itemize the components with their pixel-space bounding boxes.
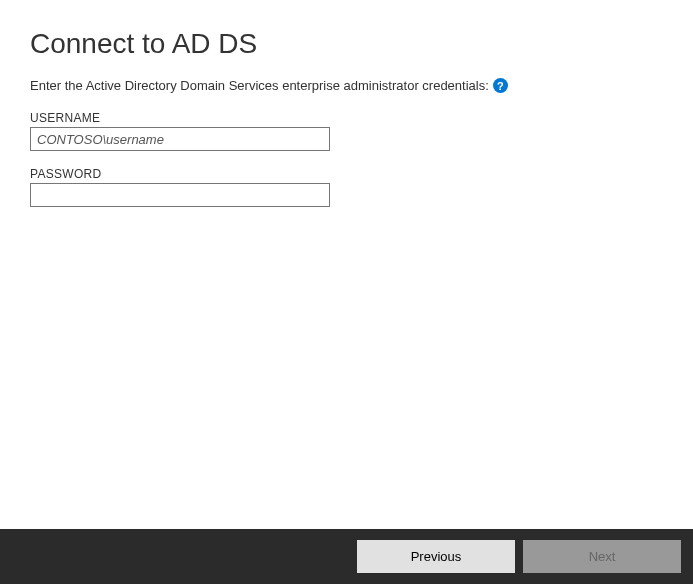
help-icon[interactable]: ?	[493, 78, 508, 93]
password-group: PASSWORD	[30, 167, 663, 207]
password-field[interactable]	[30, 183, 330, 207]
main-content: Connect to AD DS Enter the Active Direct…	[0, 0, 693, 529]
username-label: USERNAME	[30, 111, 663, 125]
password-label: PASSWORD	[30, 167, 663, 181]
username-field[interactable]	[30, 127, 330, 151]
next-button: Next	[523, 540, 681, 573]
instruction-text: Enter the Active Directory Domain Servic…	[30, 78, 489, 93]
previous-button[interactable]: Previous	[357, 540, 515, 573]
footer-bar: Previous Next	[0, 529, 693, 584]
username-group: USERNAME	[30, 111, 663, 151]
page-title: Connect to AD DS	[30, 28, 663, 60]
instruction-row: Enter the Active Directory Domain Servic…	[30, 78, 663, 93]
